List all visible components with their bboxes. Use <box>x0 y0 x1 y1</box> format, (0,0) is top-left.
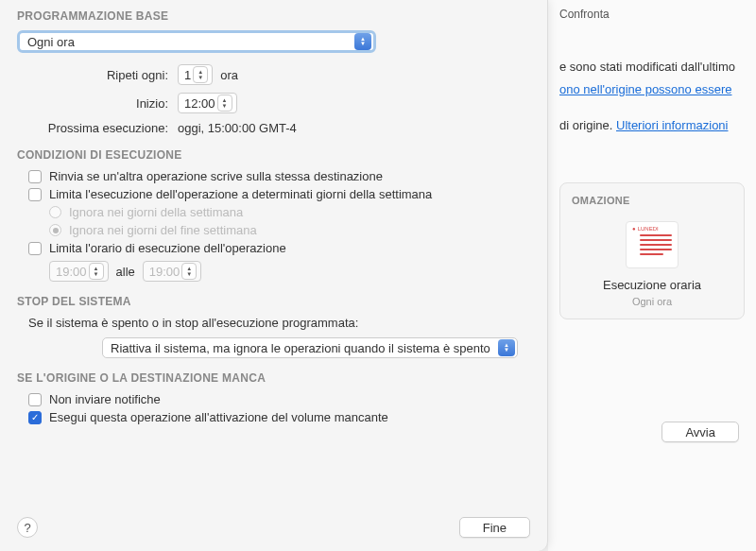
frequency-select[interactable]: Ogni ora ▲▼ <box>17 30 376 53</box>
info-link-1[interactable]: ono nell'origine possono essere <box>559 82 731 96</box>
systemstop-value: Riattiva il sistema, ma ignora le operaz… <box>111 341 490 355</box>
ignore-weekend-label: Ignora nei giorni del fine settimana <box>69 223 257 237</box>
ignore-weekend-radio <box>49 224 61 236</box>
automation-heading: OMAZIONE <box>572 195 732 206</box>
systemstop-select[interactable]: Riattiva il sistema, ma ignora le operaz… <box>102 337 518 358</box>
chevron-updown-icon: ▲▼ <box>498 339 515 356</box>
limit-time-checkbox[interactable] <box>28 242 42 255</box>
stepper-icon: ▲▼ <box>89 263 104 280</box>
automation-item[interactable]: ● LUNEDI Esecuzione oraria Ogni ora <box>572 221 732 307</box>
info-text-2: di origine. Ulteriori informazioni <box>559 117 745 134</box>
start-label: Inizio: <box>17 96 178 111</box>
next-run-value: oggi, 15:00:00 GMT-4 <box>178 121 297 135</box>
frequency-value: Ogni ora <box>27 35 75 49</box>
systemstop-intro: Se il sistema è spento o in stop all'ese… <box>17 316 530 330</box>
automation-card: OMAZIONE ● LUNEDI Esecuzione oraria Ogni… <box>559 182 745 319</box>
start-time-input[interactable]: 12:00 ▲▼ <box>178 93 237 113</box>
repeat-value-input[interactable]: 1 ▲▼ <box>178 64 213 85</box>
confronta-label[interactable]: Confronta <box>559 8 745 21</box>
run-on-mount-label: Esegui questa operazione all'attivazione… <box>49 410 388 424</box>
stepper-icon[interactable]: ▲▼ <box>217 95 232 112</box>
no-notify-label: Non inviare notifiche <box>49 392 161 406</box>
calendar-icon: ● LUNEDI <box>626 221 679 268</box>
chevron-updown-icon: ▲▼ <box>354 33 371 50</box>
defer-checkbox[interactable] <box>28 170 42 183</box>
help-button[interactable]: ? <box>17 517 38 538</box>
start-button[interactable]: Avvia <box>662 422 739 442</box>
section-systemstop-title: STOP DEL SISTEMA <box>17 295 530 308</box>
section-missing-title: SE L'ORIGINE O LA DESTINAZIONE MANCA <box>17 371 530 385</box>
info-text-1: e sono stati modificati dall'ultimo <box>559 59 745 76</box>
run-on-mount-checkbox[interactable]: ✓ <box>28 411 42 424</box>
time-from-input: 19:00 ▲▼ <box>49 261 109 282</box>
ignore-weekdays-radio <box>49 206 61 218</box>
next-run-label: Prossima esecuzione: <box>17 121 178 135</box>
stepper-icon: ▲▼ <box>181 263 197 280</box>
section-schedule-title: PROGRAMMAZIONE BASE <box>17 9 530 23</box>
time-to-input: 19:00 ▲▼ <box>143 261 202 282</box>
no-notify-checkbox[interactable] <box>28 393 42 406</box>
repeat-unit: ora <box>220 68 238 82</box>
limit-days-checkbox[interactable] <box>28 188 42 201</box>
done-button[interactable]: Fine <box>459 517 530 538</box>
stepper-icon[interactable]: ▲▼ <box>193 66 208 83</box>
schedule-dialog: PROGRAMMAZIONE BASE Ogni ora ▲▼ Ripeti o… <box>0 0 548 551</box>
section-conditions-title: CONDIZIONI DI ESECUZIONE <box>17 148 530 162</box>
defer-label: Rinvia se un'altra operazione scrive sul… <box>49 169 383 183</box>
automation-item-title: Esecuzione oraria <box>603 278 701 292</box>
limit-time-label: Limita l'orario di esecuzione dell'opera… <box>49 241 286 255</box>
background-panel: Confronta e sono stati modificati dall'u… <box>548 0 756 551</box>
ignore-weekdays-label: Ignora nei giorni della settimana <box>69 205 243 219</box>
time-separator: alle <box>116 265 135 279</box>
info-link-2[interactable]: Ulteriori informazioni <box>616 118 728 132</box>
limit-days-label: Limita l'esecuzione dell'operazione a de… <box>49 187 432 201</box>
repeat-label: Ripeti ogni: <box>17 68 178 82</box>
automation-item-sub: Ogni ora <box>632 296 672 307</box>
